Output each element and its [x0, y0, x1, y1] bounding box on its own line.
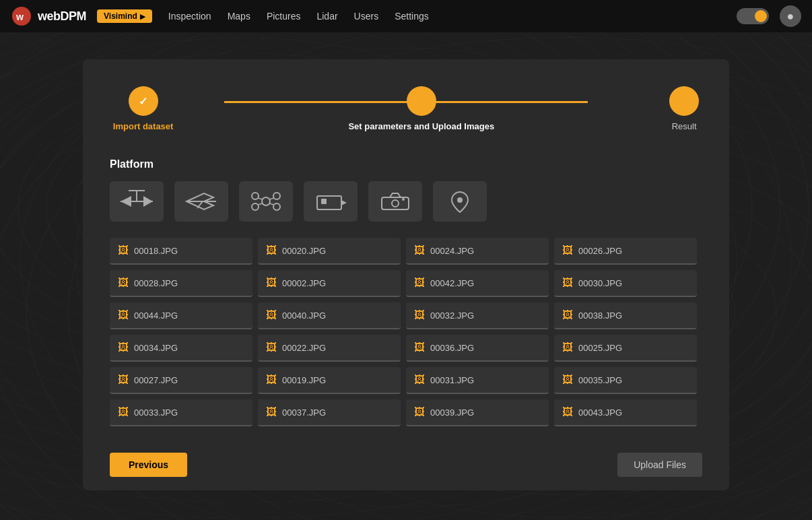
svg-line-14: [258, 198, 263, 199]
svg-point-9: [262, 197, 270, 205]
platform-icons: [110, 181, 702, 222]
file-list-item: 🖼 00031.JPG: [406, 367, 549, 394]
file-image-icon: 🖼: [266, 406, 277, 418]
bottom-actions: Previous Upload Files: [110, 446, 702, 477]
file-name-label: 00043.JPG: [578, 408, 622, 418]
theme-toggle[interactable]: [737, 8, 769, 24]
svg-rect-18: [317, 196, 341, 209]
step-3-label: Result: [672, 121, 697, 131]
app-title: webDPM: [38, 9, 86, 24]
file-name-label: 00034.JPG: [134, 343, 178, 353]
platform-airplane-btn[interactable]: [174, 181, 228, 222]
file-name-label: 00025.JPG: [578, 343, 622, 353]
app-logo-icon: w: [11, 5, 32, 27]
upload-files-button[interactable]: Upload Files: [617, 453, 702, 477]
svg-line-15: [269, 198, 274, 199]
user-avatar[interactable]: ●: [780, 5, 801, 27]
file-list-item: 🖼 00020.JPG: [258, 238, 401, 265]
file-image-icon: 🖼: [414, 309, 425, 321]
stepper: Import dataset Set parameters and Upload…: [110, 86, 702, 131]
previous-button[interactable]: Previous: [110, 453, 187, 477]
file-name-label: 00028.JPG: [134, 278, 178, 288]
nav-lidar[interactable]: Lidar: [316, 11, 337, 22]
file-list-item: 🖼 00042.JPG: [406, 270, 549, 297]
nav-inspection[interactable]: Inspection: [168, 11, 211, 22]
file-image-icon: 🖼: [118, 374, 129, 386]
file-list-item: 🖼 00040.JPG: [258, 302, 401, 329]
svg-point-24: [457, 197, 463, 203]
file-list-item: 🖼 00018.JPG: [110, 238, 252, 265]
file-image-icon: 🖼: [562, 374, 573, 386]
svg-point-13: [273, 203, 280, 210]
step-2-label: Set parameters and Upload Images: [348, 121, 494, 131]
nav-maps[interactable]: Maps: [228, 11, 250, 22]
file-list-item: 🖼 00028.JPG: [110, 270, 252, 297]
file-name-label: 00018.JPG: [134, 246, 178, 256]
svg-line-16: [258, 203, 263, 205]
file-list-item: 🖼 00035.JPG: [554, 367, 697, 394]
svg-point-10: [252, 193, 259, 199]
file-name-label: 00019.JPG: [282, 375, 326, 385]
step-2-circle: [407, 86, 436, 116]
file-list-item: 🖼 00022.JPG: [258, 335, 401, 362]
file-name-label: 00022.JPG: [282, 343, 326, 353]
file-image-icon: 🖼: [414, 374, 425, 386]
file-grid-container[interactable]: 🖼 00018.JPG 🖼 00020.JPG 🖼 00024.JPG 🖼 00…: [110, 238, 702, 432]
file-image-icon: 🖼: [562, 277, 573, 289]
location-icon: [442, 189, 477, 214]
platform-section-title: Platform: [110, 158, 702, 170]
logo-area: w webDPM: [11, 5, 86, 27]
visimind-badge[interactable]: Visimind: [97, 9, 152, 23]
file-name-label: 00037.JPG: [282, 408, 326, 418]
file-name-label: 00027.JPG: [134, 375, 178, 385]
nav-users[interactable]: Users: [354, 11, 379, 22]
nav-settings[interactable]: Settings: [395, 11, 429, 22]
file-name-label: 00033.JPG: [134, 408, 178, 418]
svg-rect-21: [382, 197, 409, 209]
file-list-item: 🖼 00002.JPG: [258, 270, 401, 297]
file-image-icon: 🖼: [118, 309, 129, 321]
camera-icon: [378, 189, 413, 214]
platform-location-btn[interactable]: [433, 181, 487, 222]
platform-camera-btn[interactable]: [368, 181, 422, 222]
step-2: Set parameters and Upload Images: [348, 86, 494, 131]
file-name-label: 00031.JPG: [430, 375, 474, 385]
file-name-label: 00032.JPG: [430, 311, 474, 321]
svg-point-11: [273, 193, 280, 199]
file-name-label: 00030.JPG: [578, 278, 622, 288]
file-name-label: 00042.JPG: [430, 278, 474, 288]
svg-marker-4: [143, 196, 153, 207]
step-1: Import dataset: [113, 86, 174, 131]
file-image-icon: 🖼: [118, 277, 129, 289]
file-list-item: 🖼 00038.JPG: [554, 302, 697, 329]
file-name-label: 00020.JPG: [282, 246, 326, 256]
file-list-item: 🖼 00036.JPG: [406, 335, 549, 362]
file-name-label: 00002.JPG: [282, 278, 326, 288]
svg-line-17: [269, 203, 274, 205]
file-list-item: 🖼 00034.JPG: [110, 335, 252, 362]
file-list-item: 🖼 00019.JPG: [258, 367, 401, 394]
top-navigation: w webDPM Visimind Inspection Maps Pictur…: [0, 0, 812, 32]
platform-camera-mount-btn[interactable]: [304, 181, 358, 222]
svg-text:w: w: [15, 11, 24, 22]
airplane-icon: [184, 189, 219, 214]
platform-drone-btn[interactable]: [239, 181, 293, 222]
nav-pictures[interactable]: Pictures: [267, 11, 301, 22]
step-1-circle: [129, 86, 158, 116]
platform-helicopter-btn[interactable]: [110, 181, 164, 222]
file-list-item: 🖼 00026.JPG: [554, 238, 697, 265]
file-name-label: 00040.JPG: [282, 311, 326, 321]
file-image-icon: 🖼: [414, 277, 425, 289]
camera-mount-icon: [313, 189, 348, 214]
file-name-label: 00038.JPG: [578, 311, 622, 321]
file-image-icon: 🖼: [266, 309, 277, 321]
file-list-item: 🖼 00044.JPG: [110, 302, 252, 329]
svg-point-23: [402, 198, 405, 201]
file-image-icon: 🖼: [266, 374, 277, 386]
file-list-item: 🖼 00033.JPG: [110, 399, 252, 426]
helicopter-icon: [119, 189, 154, 214]
file-list-item: 🖼 00027.JPG: [110, 367, 252, 394]
file-list-item: 🖼 00039.JPG: [406, 399, 549, 426]
drone-icon: [248, 189, 283, 214]
file-list-item: 🖼 00024.JPG: [406, 238, 549, 265]
